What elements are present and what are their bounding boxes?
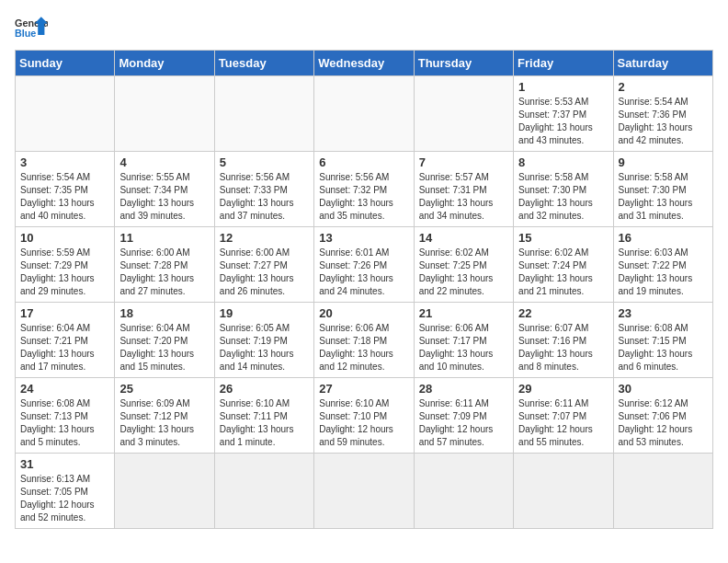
calendar-cell (16, 76, 115, 152)
calendar-cell: 9Sunrise: 5:58 AM Sunset: 7:30 PM Daylig… (613, 152, 712, 227)
day-number: 30 (619, 382, 708, 396)
day-number: 13 (319, 231, 408, 245)
calendar-cell: 29Sunrise: 6:11 AM Sunset: 7:07 PM Dayli… (514, 378, 613, 454)
day-number: 3 (20, 155, 109, 169)
day-info: Sunrise: 5:53 AM Sunset: 7:37 PM Dayligh… (518, 96, 608, 147)
day-number: 8 (518, 155, 608, 169)
day-number: 22 (518, 306, 608, 320)
day-number: 7 (419, 155, 508, 169)
calendar-cell: 19Sunrise: 6:05 AM Sunset: 7:19 PM Dayli… (214, 303, 313, 378)
logo-icon: General Blue (15, 15, 48, 40)
week-row-1: 1Sunrise: 5:53 AM Sunset: 7:37 PM Daylig… (16, 76, 713, 152)
weekday-header-friday: Friday (514, 51, 613, 76)
day-number: 19 (220, 306, 309, 320)
week-row-2: 3Sunrise: 5:54 AM Sunset: 7:35 PM Daylig… (16, 152, 713, 227)
calendar-cell: 24Sunrise: 6:08 AM Sunset: 7:13 PM Dayli… (16, 378, 115, 454)
day-info: Sunrise: 6:11 AM Sunset: 7:09 PM Dayligh… (419, 397, 508, 449)
calendar-cell (115, 454, 214, 529)
day-number: 17 (20, 306, 109, 320)
calendar-cell: 27Sunrise: 6:10 AM Sunset: 7:10 PM Dayli… (314, 378, 414, 454)
day-info: Sunrise: 6:01 AM Sunset: 7:26 PM Dayligh… (319, 247, 408, 298)
day-number: 25 (119, 382, 209, 396)
day-number: 6 (319, 155, 408, 169)
day-info: Sunrise: 6:13 AM Sunset: 7:05 PM Dayligh… (20, 473, 109, 524)
calendar-cell (214, 454, 313, 529)
day-info: Sunrise: 6:07 AM Sunset: 7:16 PM Dayligh… (518, 322, 608, 373)
day-info: Sunrise: 5:59 AM Sunset: 7:29 PM Dayligh… (20, 247, 109, 298)
calendar-cell: 23Sunrise: 6:08 AM Sunset: 7:15 PM Dayli… (613, 303, 712, 378)
calendar-cell (414, 454, 513, 529)
day-number: 9 (619, 155, 708, 169)
weekday-header-row: SundayMondayTuesdayWednesdayThursdayFrid… (16, 51, 713, 76)
weekday-header-thursday: Thursday (414, 51, 513, 76)
calendar-cell: 15Sunrise: 6:02 AM Sunset: 7:24 PM Dayli… (514, 227, 613, 303)
day-number: 27 (319, 382, 408, 396)
weekday-header-sunday: Sunday (16, 51, 115, 76)
day-info: Sunrise: 6:00 AM Sunset: 7:27 PM Dayligh… (220, 247, 309, 298)
week-row-5: 24Sunrise: 6:08 AM Sunset: 7:13 PM Dayli… (16, 378, 713, 454)
calendar-cell: 1Sunrise: 5:53 AM Sunset: 7:37 PM Daylig… (514, 76, 613, 152)
day-number: 4 (119, 155, 209, 169)
calendar-cell: 18Sunrise: 6:04 AM Sunset: 7:20 PM Dayli… (115, 303, 214, 378)
day-info: Sunrise: 5:54 AM Sunset: 7:35 PM Dayligh… (20, 171, 109, 223)
week-row-4: 17Sunrise: 6:04 AM Sunset: 7:21 PM Dayli… (16, 303, 713, 378)
day-info: Sunrise: 5:54 AM Sunset: 7:36 PM Dayligh… (619, 96, 708, 147)
calendar-cell: 22Sunrise: 6:07 AM Sunset: 7:16 PM Dayli… (514, 303, 613, 378)
calendar-cell (613, 454, 712, 529)
day-info: Sunrise: 6:11 AM Sunset: 7:07 PM Dayligh… (518, 397, 608, 449)
weekday-header-wednesday: Wednesday (314, 51, 414, 76)
day-info: Sunrise: 6:02 AM Sunset: 7:25 PM Dayligh… (419, 247, 508, 298)
calendar-cell: 17Sunrise: 6:04 AM Sunset: 7:21 PM Dayli… (16, 303, 115, 378)
day-info: Sunrise: 6:00 AM Sunset: 7:28 PM Dayligh… (119, 247, 209, 298)
day-info: Sunrise: 6:04 AM Sunset: 7:21 PM Dayligh… (20, 322, 109, 373)
day-info: Sunrise: 6:06 AM Sunset: 7:17 PM Dayligh… (419, 322, 508, 373)
day-info: Sunrise: 6:06 AM Sunset: 7:18 PM Dayligh… (319, 322, 408, 373)
day-number: 31 (20, 457, 109, 471)
calendar-cell (314, 76, 414, 152)
day-number: 12 (220, 231, 309, 245)
day-number: 15 (518, 231, 608, 245)
calendar-cell: 7Sunrise: 5:57 AM Sunset: 7:31 PM Daylig… (414, 152, 513, 227)
calendar-cell: 6Sunrise: 5:56 AM Sunset: 7:32 PM Daylig… (314, 152, 414, 227)
calendar-cell: 21Sunrise: 6:06 AM Sunset: 7:17 PM Dayli… (414, 303, 513, 378)
calendar-cell: 26Sunrise: 6:10 AM Sunset: 7:11 PM Dayli… (214, 378, 313, 454)
calendar-cell: 10Sunrise: 5:59 AM Sunset: 7:29 PM Dayli… (16, 227, 115, 303)
day-info: Sunrise: 6:03 AM Sunset: 7:22 PM Dayligh… (619, 247, 708, 298)
calendar-cell: 5Sunrise: 5:56 AM Sunset: 7:33 PM Daylig… (214, 152, 313, 227)
logo: General Blue (15, 15, 48, 40)
calendar-cell (214, 76, 313, 152)
calendar-cell: 20Sunrise: 6:06 AM Sunset: 7:18 PM Dayli… (314, 303, 414, 378)
calendar-cell: 13Sunrise: 6:01 AM Sunset: 7:26 PM Dayli… (314, 227, 414, 303)
calendar-cell: 3Sunrise: 5:54 AM Sunset: 7:35 PM Daylig… (16, 152, 115, 227)
calendar-cell: 14Sunrise: 6:02 AM Sunset: 7:25 PM Dayli… (414, 227, 513, 303)
day-number: 28 (419, 382, 508, 396)
calendar-cell: 31Sunrise: 6:13 AM Sunset: 7:05 PM Dayli… (16, 454, 115, 529)
calendar-cell: 8Sunrise: 5:58 AM Sunset: 7:30 PM Daylig… (514, 152, 613, 227)
header: General Blue (15, 15, 713, 40)
calendar-cell: 28Sunrise: 6:11 AM Sunset: 7:09 PM Dayli… (414, 378, 513, 454)
day-info: Sunrise: 6:10 AM Sunset: 7:10 PM Dayligh… (319, 397, 408, 449)
day-info: Sunrise: 6:10 AM Sunset: 7:11 PM Dayligh… (220, 397, 309, 449)
day-number: 2 (619, 80, 708, 94)
day-number: 23 (619, 306, 708, 320)
weekday-header-tuesday: Tuesday (214, 51, 313, 76)
svg-text:Blue: Blue (15, 28, 36, 39)
week-row-3: 10Sunrise: 5:59 AM Sunset: 7:29 PM Dayli… (16, 227, 713, 303)
day-info: Sunrise: 6:04 AM Sunset: 7:20 PM Dayligh… (119, 322, 209, 373)
day-number: 18 (119, 306, 209, 320)
day-number: 26 (220, 382, 309, 396)
day-info: Sunrise: 6:08 AM Sunset: 7:13 PM Dayligh… (20, 397, 109, 449)
day-info: Sunrise: 5:57 AM Sunset: 7:31 PM Dayligh… (419, 171, 508, 223)
day-info: Sunrise: 6:08 AM Sunset: 7:15 PM Dayligh… (619, 322, 708, 373)
day-info: Sunrise: 5:56 AM Sunset: 7:33 PM Dayligh… (220, 171, 309, 223)
day-info: Sunrise: 6:09 AM Sunset: 7:12 PM Dayligh… (119, 397, 209, 449)
calendar-cell: 16Sunrise: 6:03 AM Sunset: 7:22 PM Dayli… (613, 227, 712, 303)
day-number: 29 (518, 382, 608, 396)
day-number: 10 (20, 231, 109, 245)
day-number: 20 (319, 306, 408, 320)
day-info: Sunrise: 6:05 AM Sunset: 7:19 PM Dayligh… (220, 322, 309, 373)
day-number: 14 (419, 231, 508, 245)
calendar-cell: 30Sunrise: 6:12 AM Sunset: 7:06 PM Dayli… (613, 378, 712, 454)
calendar-cell: 25Sunrise: 6:09 AM Sunset: 7:12 PM Dayli… (115, 378, 214, 454)
weekday-header-monday: Monday (115, 51, 214, 76)
